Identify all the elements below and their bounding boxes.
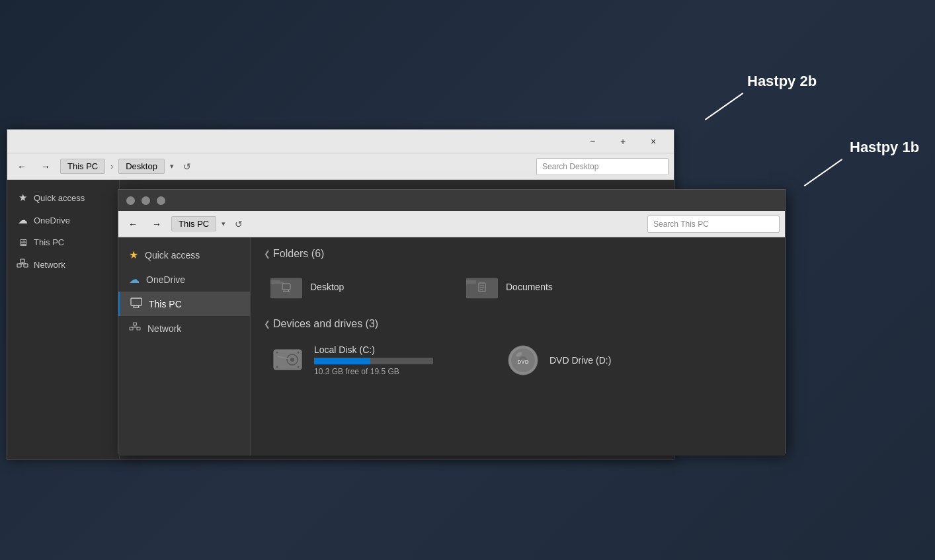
forward-button-2[interactable]: →: [147, 215, 166, 233]
computer-icon: 🖥: [17, 237, 28, 248]
drive-dvd[interactable]: DVD DVD Drive (D:): [499, 339, 724, 381]
chevron-folders[interactable]: ❮: [264, 249, 270, 259]
svg-rect-12: [134, 323, 137, 325]
star-icon-2: ★: [129, 249, 138, 261]
back-button[interactable]: ←: [13, 157, 31, 176]
minimize-button[interactable]: −: [577, 130, 608, 153]
folder-icon-desktop: [269, 273, 304, 301]
sidebar-window1: ★ Quick access ☁ OneDrive 🖥 This PC: [7, 180, 120, 459]
folder-icon-documents: [465, 273, 499, 301]
breadcrumb-separator: ›: [110, 162, 113, 171]
cloud-icon-2: ☁: [129, 273, 140, 286]
drive-c-name: Local Disk (C:): [314, 344, 433, 355]
svg-rect-26: [466, 280, 476, 284]
svg-point-38: [276, 366, 278, 368]
mac-close-btn[interactable]: [126, 196, 135, 205]
network-icon-2: [129, 322, 141, 335]
devices-header-text: Devices and drives (3): [273, 318, 378, 330]
drive-c-info: Local Disk (C:) 10.3 GB free of 19.5 GB: [314, 344, 433, 376]
drive-c-progress-bar: [314, 358, 433, 364]
drive-c-size: 10.3 GB free of 19.5 GB: [314, 367, 433, 376]
drive-c-progress-fill: [314, 358, 370, 364]
sidebar-item-thispc[interactable]: 🖥 This PC: [7, 231, 119, 253]
svg-rect-11: [137, 327, 140, 330]
chevron-devices[interactable]: ❮: [264, 319, 270, 329]
titlebar-thispc: [118, 190, 785, 211]
maximize-button[interactable]: +: [608, 130, 638, 153]
window-thispc: ← → This PC ▾ ↺ Search This PC ★ Quick a…: [118, 189, 786, 454]
breadcrumb-thispc[interactable]: This PC: [60, 159, 105, 174]
forward-button[interactable]: →: [36, 157, 55, 176]
sidebar-item-quickaccess[interactable]: ★ Quick access: [7, 186, 119, 209]
svg-point-36: [276, 352, 278, 354]
refresh-button-2[interactable]: ↺: [231, 218, 247, 231]
folders-section-header: ❮ Folders (6): [264, 248, 772, 260]
sidebar-label-network: Network: [34, 260, 65, 270]
close-button[interactable]: ×: [638, 130, 669, 153]
sidebar2-item-thispc[interactable]: This PC: [118, 292, 250, 316]
svg-rect-10: [130, 327, 133, 330]
annotation-hastpy-2b: Hastpy 2b: [747, 73, 817, 90]
sidebar2-label-quickaccess: Quick access: [145, 250, 200, 260]
navbar-desktop: ← → This PC › Desktop ▾ ↺ Search Desktop: [7, 153, 674, 180]
network-icon: [17, 259, 28, 271]
svg-text:DVD: DVD: [518, 359, 529, 365]
dvd-name: DVD Drive (D:): [549, 355, 611, 366]
folder-name-documents: Documents: [506, 282, 553, 292]
sidebar-label-thispc: This PC: [34, 237, 64, 247]
back-button-2[interactable]: ←: [124, 215, 142, 233]
sidebar2-item-onedrive[interactable]: ☁ OneDrive: [118, 267, 250, 292]
window2-body: ★ Quick access ☁ OneDrive This PC: [118, 237, 785, 456]
search-box-desktop[interactable]: Search Desktop: [536, 158, 669, 175]
drive-icon-c: [269, 343, 306, 378]
computer-icon-2: [130, 298, 142, 310]
folder-documents[interactable]: Documents: [460, 269, 645, 305]
devices-grid: Local Disk (C:) 10.3 GB free of 19.5 GB: [264, 339, 772, 381]
svg-point-37: [298, 352, 300, 354]
sidebar-label-onedrive: OneDrive: [34, 216, 70, 225]
sidebar-label-quickaccess: Quick access: [34, 193, 85, 203]
folders-grid: Desktop: [264, 269, 772, 305]
search-placeholder: Search Desktop: [542, 162, 598, 171]
annotation-line-1b: [804, 159, 842, 186]
sidebar2-label-network: Network: [147, 323, 181, 334]
svg-rect-2: [20, 259, 24, 262]
dvd-info: DVD Drive (D:): [549, 355, 611, 366]
devices-section-header: ❮ Devices and drives (3): [264, 318, 772, 330]
sidebar2-item-network[interactable]: Network: [118, 316, 250, 340]
mac-minimize-btn[interactable]: [142, 196, 150, 205]
sidebar-item-onedrive[interactable]: ☁ OneDrive: [7, 209, 119, 231]
svg-rect-6: [131, 298, 142, 305]
titlebar-desktop: − + ×: [7, 130, 674, 153]
refresh-button[interactable]: ↺: [179, 160, 195, 173]
annotation-line-2b: [705, 93, 743, 120]
window-controls-desktop: − + ×: [577, 130, 669, 153]
breadcrumb-dropdown-2[interactable]: ▾: [222, 220, 225, 228]
main-content-thispc: ❮ Folders (6): [251, 237, 785, 456]
navbar-thispc: ← → This PC ▾ ↺ Search This PC: [118, 211, 785, 237]
star-icon: ★: [17, 192, 28, 204]
svg-point-34: [290, 358, 294, 362]
svg-rect-19: [270, 280, 280, 284]
sidebar2-label-thispc: This PC: [149, 299, 182, 309]
breadcrumb-desktop[interactable]: Desktop: [118, 159, 165, 174]
sidebar-window2: ★ Quick access ☁ OneDrive This PC: [118, 237, 251, 456]
svg-rect-1: [24, 264, 28, 267]
folder-name-desktop: Desktop: [310, 282, 344, 292]
search-placeholder-2: Search This PC: [653, 220, 709, 229]
drive-local-disk[interactable]: Local Disk (C:) 10.3 GB free of 19.5 GB: [264, 339, 489, 381]
cloud-icon: ☁: [17, 214, 28, 226]
sidebar2-item-quickaccess[interactable]: ★ Quick access: [118, 243, 250, 267]
sidebar2-label-onedrive: OneDrive: [146, 274, 185, 285]
sidebar-item-network[interactable]: Network: [7, 253, 119, 276]
svg-point-39: [298, 366, 300, 368]
svg-rect-0: [17, 264, 21, 267]
breadcrumb-dropdown[interactable]: ▾: [170, 162, 174, 171]
search-box-thispc[interactable]: Search This PC: [647, 216, 780, 233]
breadcrumb-thispc-2[interactable]: This PC: [171, 216, 216, 231]
dvd-icon: DVD: [505, 343, 542, 378]
mac-maximize-btn[interactable]: [157, 196, 165, 205]
folders-header-text: Folders (6): [273, 248, 324, 260]
annotation-hastpy-1b: Hastpy 1b: [850, 139, 919, 156]
folder-desktop[interactable]: Desktop: [264, 269, 449, 305]
